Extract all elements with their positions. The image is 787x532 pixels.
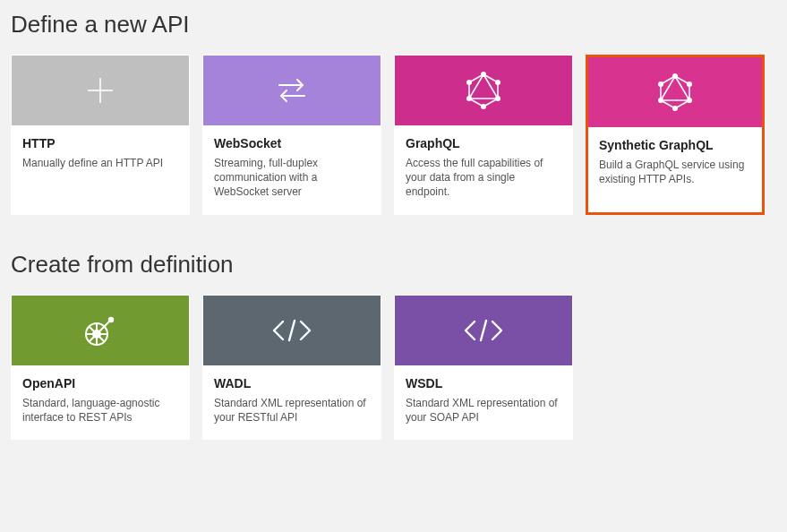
card-openapi[interactable]: OpenAPI Standard, language-agnostic inte…	[11, 295, 190, 440]
define-api-cards: HTTP Manually define an HTTP API WebSock…	[11, 55, 776, 215]
card-body: OpenAPI Standard, language-agnostic inte…	[12, 365, 189, 439]
card-title: OpenAPI	[22, 376, 178, 390]
card-body: HTTP Manually define an HTTP API	[12, 125, 189, 214]
card-desc: Access the full capabilities of your dat…	[406, 156, 561, 200]
svg-point-19	[658, 82, 663, 87]
create-from-definition-cards: OpenAPI Standard, language-agnostic inte…	[11, 295, 776, 440]
card-body: GraphQL Access the full capabilities of …	[395, 125, 572, 214]
card-body: WADL Standard XML representation of your…	[203, 365, 381, 439]
section-title-define: Define a new API	[11, 11, 776, 39]
card-http[interactable]: HTTP Manually define an HTTP API	[11, 55, 190, 215]
code-icon	[203, 296, 381, 365]
svg-point-14	[672, 73, 678, 79]
card-body: WSDL Standard XML representation of your…	[395, 365, 572, 439]
card-title: GraphQL	[406, 136, 561, 150]
card-desc: Manually define an HTTP API	[22, 156, 178, 170]
card-title: HTTP	[22, 136, 178, 150]
card-body: Synthetic GraphQL Build a GraphQL servic…	[588, 127, 762, 212]
card-websocket[interactable]: WebSocket Streaming, full-duplex communi…	[202, 55, 381, 215]
svg-point-11	[466, 80, 472, 85]
card-graphql[interactable]: GraphQL Access the full capabilities of …	[394, 55, 573, 215]
section-title-create: Create from definition	[11, 251, 776, 279]
svg-point-9	[481, 104, 486, 109]
card-title: Synthetic GraphQL	[599, 138, 751, 152]
svg-point-15	[687, 82, 692, 87]
svg-point-10	[466, 96, 472, 101]
arrows-bidirectional-icon	[203, 56, 381, 125]
svg-line-29	[481, 321, 486, 340]
svg-point-16	[687, 98, 692, 103]
svg-marker-5	[469, 74, 498, 99]
card-wadl[interactable]: WADL Standard XML representation of your…	[202, 295, 381, 440]
svg-point-8	[495, 96, 500, 101]
card-body: WebSocket Streaming, full-duplex communi…	[203, 125, 381, 214]
card-desc: Build a GraphQL service using existing H…	[599, 158, 751, 186]
card-desc: Standard, language-agnostic interface to…	[22, 396, 178, 425]
card-synthetic-graphql[interactable]: Synthetic GraphQL Build a GraphQL servic…	[586, 55, 765, 215]
svg-marker-13	[661, 76, 689, 100]
graphql-icon	[588, 57, 762, 127]
svg-line-28	[289, 321, 295, 340]
card-title: WebSocket	[214, 136, 370, 150]
graphql-icon	[395, 56, 572, 125]
code-icon	[395, 296, 572, 365]
card-title: WADL	[214, 376, 370, 390]
svg-point-7	[495, 80, 500, 85]
card-desc: Standard XML representation of your REST…	[214, 396, 370, 425]
svg-point-6	[481, 72, 486, 77]
svg-point-17	[672, 106, 678, 111]
card-desc: Streaming, full-duplex communication wit…	[214, 156, 370, 200]
plus-icon	[12, 56, 189, 125]
svg-point-18	[658, 98, 663, 103]
card-desc: Standard XML representation of your SOAP…	[406, 396, 561, 425]
openapi-icon	[12, 296, 189, 365]
card-title: WSDL	[406, 376, 561, 390]
card-wsdl[interactable]: WSDL Standard XML representation of your…	[394, 295, 573, 440]
svg-point-27	[108, 316, 114, 322]
